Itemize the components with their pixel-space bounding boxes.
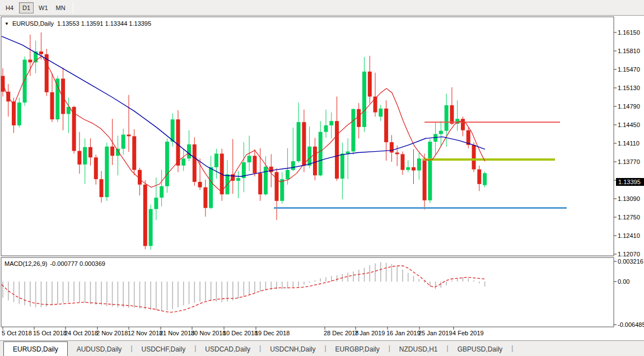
candle-body bbox=[88, 147, 92, 157]
price-axis-label: 1.13090 bbox=[618, 195, 640, 202]
current-price-tag: 1.13395 bbox=[616, 178, 644, 186]
candle-body bbox=[483, 173, 487, 185]
candle-body bbox=[143, 185, 147, 246]
candle-body bbox=[160, 186, 164, 198]
candle-body bbox=[390, 142, 394, 152]
chart-ohlc-values: 1.13553 1.13591 1.13344 1.13395 bbox=[57, 20, 151, 27]
price-axis-label: 1.16150 bbox=[618, 29, 640, 36]
symbol-tab-eurgbp[interactable]: EURGBP,Daily bbox=[326, 343, 389, 356]
macd-indicator-header: MACD(12,26,9) -0.000777 0.000369 bbox=[4, 260, 105, 267]
candle-body bbox=[61, 79, 65, 114]
candle-body bbox=[395, 153, 399, 154]
symbol-tab-usdcad[interactable]: USDCAD,Daily bbox=[196, 343, 259, 356]
macd-frame bbox=[1, 257, 614, 327]
tab-separator: | bbox=[511, 344, 513, 353]
date-axis-label: 7 Jan 2019 bbox=[354, 330, 385, 336]
candle-body bbox=[275, 172, 279, 200]
symbol-tab-eurusd[interactable]: EURUSD,Daily bbox=[3, 341, 68, 356]
candle-body bbox=[28, 60, 32, 63]
candle-body bbox=[248, 156, 251, 162]
price-axis-label: 1.15470 bbox=[618, 66, 640, 73]
candle-body bbox=[12, 101, 16, 125]
symbol-tab-bar: EURUSD,DailyAUDUSD,Daily|USDCHF,Daily|US… bbox=[0, 340, 644, 356]
macd-axis-label: 0.00 bbox=[618, 278, 629, 285]
candle-body bbox=[400, 154, 404, 170]
candle-body bbox=[329, 121, 333, 125]
macd-axis-label: 0.003216 bbox=[618, 258, 643, 265]
date-axis-label: 25 Jan 2019 bbox=[418, 330, 452, 336]
price-axis-label: 1.14110 bbox=[618, 140, 640, 147]
candle-body bbox=[198, 182, 202, 188]
symbol-tab-usdcnh[interactable]: USDCNH,Daily bbox=[261, 343, 324, 356]
main-chart-frame bbox=[1, 17, 614, 256]
symbol-tab-usdchf[interactable]: USDCHF,Daily bbox=[133, 343, 195, 356]
price-axis-label: 1.15810 bbox=[618, 48, 640, 54]
price-chart-canvas[interactable] bbox=[0, 0, 644, 356]
candle-body bbox=[472, 145, 476, 170]
date-axis-label: 12 Nov 2018 bbox=[128, 330, 162, 336]
chart-header: ▼ EURUSD,Daily 1.13553 1.13591 1.13344 1… bbox=[4, 20, 151, 27]
chart-dropdown-icon[interactable]: ▼ bbox=[4, 21, 9, 26]
candle-body bbox=[450, 105, 454, 124]
macd-axis-label: -0.006485 bbox=[618, 321, 644, 328]
candle-body bbox=[379, 109, 382, 117]
date-axis-label: 24 Oct 2018 bbox=[64, 330, 98, 336]
candle-body bbox=[428, 142, 432, 200]
candle-body bbox=[231, 174, 235, 181]
candle-body bbox=[291, 161, 295, 170]
candle-body bbox=[362, 72, 366, 127]
symbol-tab-nzdusd[interactable]: NZDUSD,H1 bbox=[390, 343, 447, 356]
candle-body bbox=[313, 147, 317, 175]
candle-body bbox=[302, 122, 306, 166]
candle-body bbox=[280, 179, 284, 201]
candle-body bbox=[439, 131, 443, 134]
candle-body bbox=[171, 119, 175, 142]
candle-body bbox=[324, 125, 328, 132]
candle-body bbox=[193, 144, 197, 182]
candle-body bbox=[176, 119, 180, 166]
candle-body bbox=[445, 105, 449, 131]
candle-body bbox=[412, 167, 416, 171]
candle-body bbox=[203, 188, 207, 208]
date-axis-label: 30 Nov 2018 bbox=[191, 330, 226, 336]
candle-body bbox=[72, 107, 76, 151]
symbol-tab-gbpusd[interactable]: GBPUSD,Daily bbox=[449, 343, 512, 356]
candle-body bbox=[253, 156, 256, 173]
date-axis-label: 28 Dec 2018 bbox=[324, 330, 358, 336]
candle-body bbox=[181, 158, 185, 166]
date-axis-label: 2 Nov 2018 bbox=[96, 330, 128, 336]
candle-body bbox=[384, 109, 388, 142]
candle-body bbox=[77, 151, 81, 165]
price-axis-label: 1.14790 bbox=[618, 103, 640, 110]
date-axis-label: 15 Oct 2018 bbox=[33, 330, 67, 336]
candle-body bbox=[100, 179, 104, 197]
candle-body bbox=[477, 170, 481, 184]
candle-body bbox=[236, 178, 240, 181]
symbol-tab-audusd[interactable]: AUDUSD,Daily bbox=[68, 343, 131, 356]
candle-body bbox=[154, 198, 158, 209]
chart-symbol-label: EURUSD,Daily bbox=[12, 20, 54, 27]
terminal-window: H4D1W1MN ▼ EURUSD,Daily 1.13553 1.13591 … bbox=[0, 0, 644, 356]
candle-body bbox=[286, 170, 290, 180]
candle-body bbox=[351, 109, 355, 152]
date-axis-label: 4 Feb 2019 bbox=[452, 330, 484, 336]
candle-body bbox=[83, 147, 87, 165]
candle-body bbox=[214, 153, 218, 167]
candle-body bbox=[264, 167, 268, 195]
date-axis-label: 10 Dec 2018 bbox=[223, 330, 258, 336]
price-axis-label: 1.12410 bbox=[618, 232, 640, 239]
candle-body bbox=[461, 119, 465, 130]
price-axis-label: 1.14450 bbox=[618, 121, 640, 128]
candle-body bbox=[340, 153, 344, 179]
candle-body bbox=[127, 134, 130, 136]
price-axis-label: 1.12070 bbox=[618, 251, 640, 257]
candle-body bbox=[187, 144, 191, 158]
candle-body bbox=[297, 122, 301, 161]
candle-body bbox=[110, 147, 114, 156]
candle-body bbox=[417, 158, 421, 170]
price-axis-label: 1.13770 bbox=[618, 158, 640, 165]
candle-body bbox=[23, 60, 27, 103]
candle-body bbox=[94, 157, 98, 179]
candle-body bbox=[39, 51, 43, 54]
price-axis-label: 1.12750 bbox=[618, 214, 640, 221]
